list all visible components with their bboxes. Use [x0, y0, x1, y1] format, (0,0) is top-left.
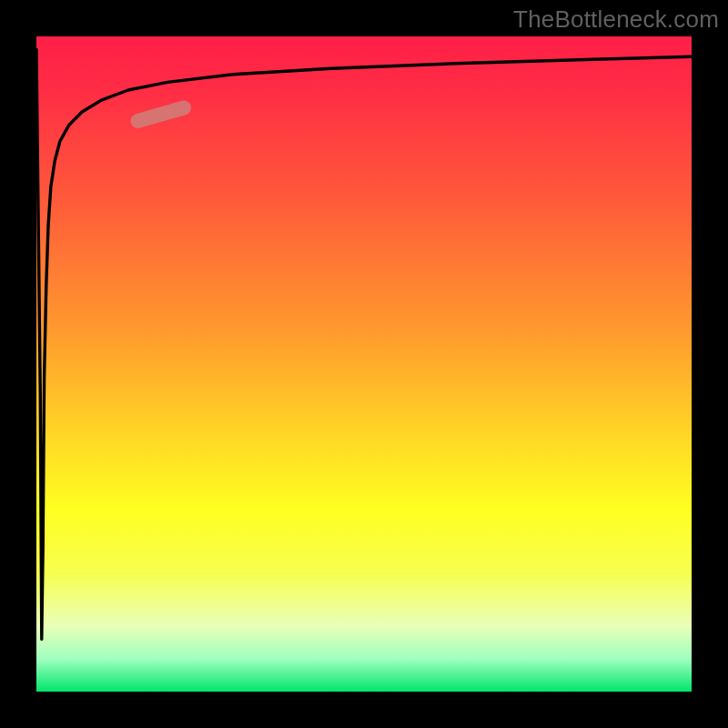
watermark-text: TheBottleneck.com	[513, 5, 719, 34]
chart-container: TheBottleneck.com	[0, 0, 728, 728]
plot-gradient-background	[36, 36, 692, 692]
